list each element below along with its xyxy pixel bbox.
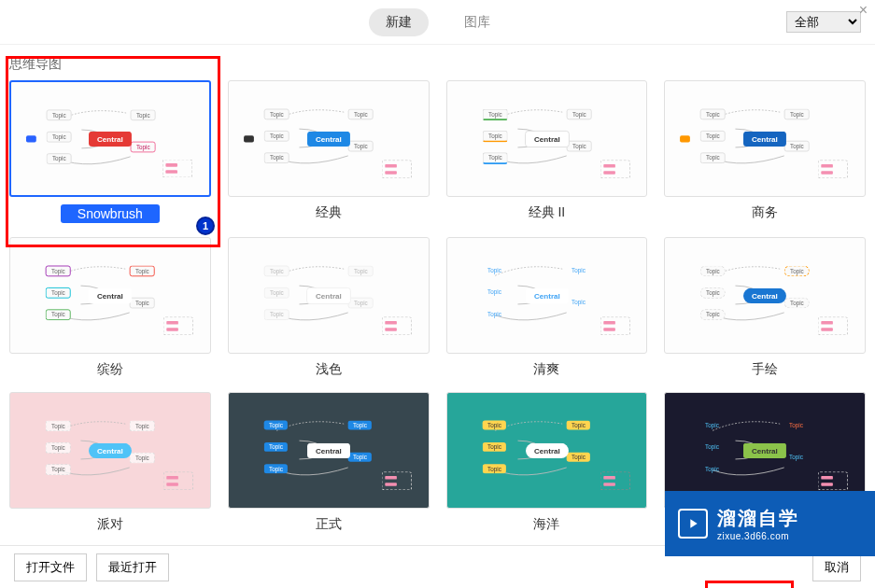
topic-node: Topic xyxy=(130,298,155,309)
topic-node: Topic xyxy=(700,287,726,299)
template-thumbnail[interactable]: TopicTopicTopicTopicTopicCentral xyxy=(9,237,211,354)
topic-node: Topic xyxy=(482,266,506,275)
topic-node: Topic xyxy=(347,421,372,430)
topic-node: Topic xyxy=(263,287,289,299)
topic-node: Topic xyxy=(263,152,289,163)
template-colorful[interactable]: TopicTopicTopicTopicTopicCentral缤纷 xyxy=(9,237,211,378)
tab-new[interactable]: 新建 xyxy=(369,8,429,36)
topic-node: Topic xyxy=(47,153,72,164)
topic-node: Topic xyxy=(784,266,810,277)
template-label: 缤纷 xyxy=(97,361,123,378)
topic-node: Topic xyxy=(700,131,726,142)
central-node: Central xyxy=(743,442,786,457)
tab-gallery[interactable]: 图库 xyxy=(447,8,507,36)
close-icon[interactable]: × xyxy=(859,2,868,19)
topic-node: Topic xyxy=(263,421,288,430)
template-thumbnail[interactable]: TopicTopicTopicTopicTopicCentral xyxy=(228,80,430,197)
topic-node: Topic xyxy=(46,309,71,320)
template-label: Snowbrush xyxy=(61,204,160,223)
template-thumbnail[interactable]: TopicTopicTopicTopicTopicCentral xyxy=(228,392,430,509)
topic-node: Topic xyxy=(347,453,372,462)
template-business[interactable]: TopicTopicTopicTopicTopicCentral商务 xyxy=(664,80,866,223)
open-file-button[interactable]: 打开文件 xyxy=(14,553,87,581)
central-node: Central xyxy=(743,131,786,146)
topic-node: Topic xyxy=(46,464,71,475)
template-classic2[interactable]: TopicTopicTopicTopicTopicCentral经典 II xyxy=(446,80,648,223)
template-party[interactable]: TopicTopicTopicTopicTopicCentral派对 xyxy=(9,392,211,533)
recent-button[interactable]: 最近打开 xyxy=(96,553,169,581)
central-node: Central xyxy=(89,287,132,302)
template-thumbnail[interactable]: TopicTopicTopicTopicTopicCentral xyxy=(664,80,866,197)
template-fresh[interactable]: TopicTopicTopicTopicTopicCentral清爽 xyxy=(446,237,648,378)
template-label: 清爽 xyxy=(533,361,559,378)
topic-node: Topic xyxy=(784,421,809,430)
topic-node: Topic xyxy=(700,421,725,430)
content-area: 思维导图 TopicTopicTopicTopicTopicCentralSno… xyxy=(0,45,875,544)
template-thumbnail[interactable]: TopicTopicTopicTopicTopicCentral xyxy=(9,80,211,197)
topic-node: Topic xyxy=(700,109,726,120)
template-label: 手绘 xyxy=(752,361,778,378)
central-node: Central xyxy=(525,287,568,302)
topic-node: Topic xyxy=(263,464,288,473)
template-label: 商务 xyxy=(752,204,778,221)
topic-node: Topic xyxy=(263,131,289,142)
template-thumbnail[interactable]: TopicTopicTopicTopicTopicCentral xyxy=(664,237,866,354)
watermark-subtitle: zixue.3d66.com xyxy=(717,531,799,541)
template-thumbnail[interactable]: TopicTopicTopicTopicTopicCentral xyxy=(446,392,648,509)
template-classic[interactable]: TopicTopicTopicTopicTopicCentral经典 xyxy=(228,80,430,223)
central-node: Central xyxy=(525,131,570,147)
topic-node: Topic xyxy=(784,109,810,120)
central-node: Central xyxy=(89,131,132,146)
topic-node: Topic xyxy=(700,152,726,163)
topic-node: Topic xyxy=(482,309,506,318)
central-node: Central xyxy=(307,131,350,146)
template-label: 正式 xyxy=(316,516,342,533)
watermark-title: 溜溜自学 xyxy=(717,506,799,531)
template-thumbnail[interactable]: TopicTopicTopicTopicTopicCentral xyxy=(446,237,648,354)
section-title: 思维导图 xyxy=(9,56,866,73)
topic-node: Topic xyxy=(784,298,810,309)
topic-node: Topic xyxy=(482,464,506,473)
filter-select[interactable]: 全部 xyxy=(786,11,861,33)
topic-node: Topic xyxy=(482,442,506,452)
play-icon xyxy=(678,509,708,539)
template-formal[interactable]: TopicTopicTopicTopicTopicCentral正式 xyxy=(228,392,430,533)
template-thumbnail[interactable]: TopicTopicTopicTopicTopicCentral xyxy=(446,80,648,197)
topic-node: Topic xyxy=(130,421,155,432)
central-node: Central xyxy=(307,442,350,457)
template-snowbrush[interactable]: TopicTopicTopicTopicTopicCentralSnowbrus… xyxy=(9,80,211,223)
topic-node: Topic xyxy=(784,453,809,462)
topic-node: Topic xyxy=(700,464,725,473)
topic-node: Topic xyxy=(47,109,72,120)
topic-node: Topic xyxy=(46,421,71,432)
header: 新建 图库 全部 × xyxy=(0,0,875,45)
template-light[interactable]: TopicTopicTopicTopicTopicCentral浅色 xyxy=(228,237,430,378)
topic-node: Topic xyxy=(46,442,71,454)
cancel-button[interactable]: 取消 xyxy=(812,553,861,581)
topic-node: Topic xyxy=(131,142,156,153)
template-label: 派对 xyxy=(97,516,123,533)
topic-node: Topic xyxy=(482,152,507,164)
topic-node: Topic xyxy=(482,109,507,121)
template-hand[interactable]: TopicTopicTopicTopicTopicCentral手绘 xyxy=(664,237,866,378)
topic-node: Topic xyxy=(263,442,288,452)
topic-node: Topic xyxy=(347,298,373,309)
template-label: 经典 II xyxy=(529,204,566,221)
topic-node: Topic xyxy=(700,442,725,452)
topic-node: Topic xyxy=(347,109,373,120)
topic-node: Topic xyxy=(482,131,507,143)
central-node: Central xyxy=(306,287,351,304)
template-thumbnail[interactable]: TopicTopicTopicTopicTopicCentral xyxy=(9,392,211,509)
topic-node: Topic xyxy=(263,309,289,320)
topic-node: Topic xyxy=(700,309,726,320)
topic-node: Topic xyxy=(566,266,590,275)
topic-node: Topic xyxy=(566,298,590,307)
topic-node: Topic xyxy=(700,266,726,277)
watermark-banner: 溜溜自学 zixue.3d66.com xyxy=(665,491,875,556)
topic-node: Topic xyxy=(566,421,590,430)
template-thumbnail[interactable]: TopicTopicTopicTopicTopicCentral xyxy=(228,237,430,354)
template-ocean[interactable]: TopicTopicTopicTopicTopicCentral海洋 xyxy=(446,392,648,533)
annotation-badge-1: 1 xyxy=(196,217,215,235)
topic-node: Topic xyxy=(46,287,71,299)
template-label: 海洋 xyxy=(533,516,559,533)
